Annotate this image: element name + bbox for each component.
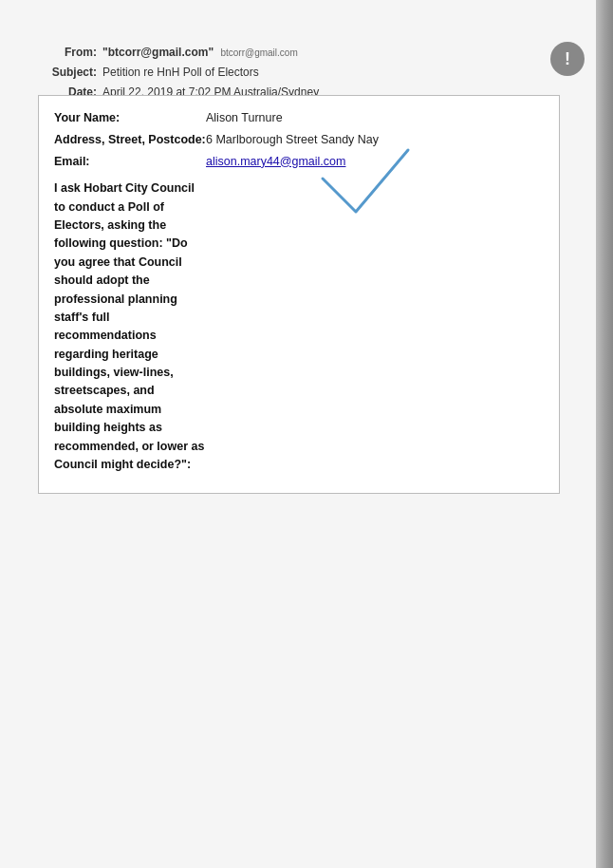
your-name-value: Alison Turnure <box>206 109 544 127</box>
subject-row: Subject: Petition re HnH Poll of Elector… <box>47 64 319 82</box>
subject-value: Petition re HnH Poll of Electors <box>102 64 259 82</box>
email-content-box: Your Name: Alison Turnure Address, Stree… <box>38 95 560 494</box>
subject-label: Subject: <box>47 64 97 82</box>
your-name-label: Your Name: <box>54 109 206 127</box>
from-row: From: "btcorr@gmail.com" btcorr@gmail.co… <box>47 44 319 62</box>
form-grid: Your Name: Alison Turnure Address, Stree… <box>54 109 544 474</box>
from-name: "btcorr@gmail.com" <box>102 46 214 59</box>
email-label: Email: <box>54 153 206 171</box>
checkmark-icon <box>313 141 418 221</box>
page-shadow <box>596 0 613 868</box>
from-label: From: <box>47 44 97 62</box>
petition-text: I ask Hobart City Council to conduct a P… <box>54 174 206 474</box>
alert-symbol: ! <box>565 49 570 69</box>
from-small: btcorr@gmail.com <box>220 47 297 58</box>
alert-badge: ! <box>550 42 585 76</box>
address-label: Address, Street, Postcode: <box>54 131 206 149</box>
